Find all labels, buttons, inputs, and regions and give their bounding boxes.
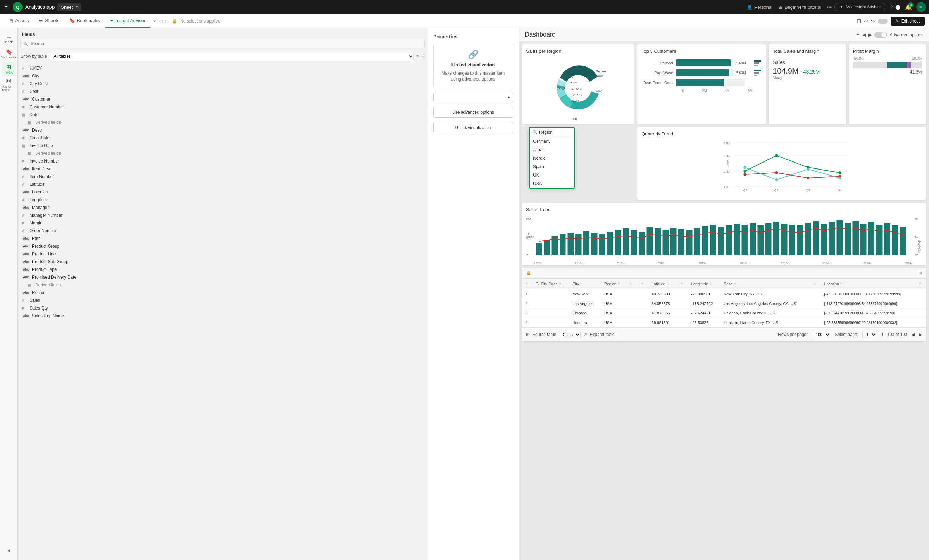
sidebar-collapse-icon[interactable]: ◀: [2, 543, 16, 557]
redo-icon[interactable]: ↪: [871, 18, 875, 24]
unlink-btn[interactable]: Unlink visualization: [433, 122, 513, 133]
advanced-toggle[interactable]: [874, 32, 887, 38]
region-germany[interactable]: Germany: [530, 137, 574, 145]
field-sales-rep[interactable]: Abc Sales Rep Name: [18, 312, 428, 320]
grid-icon[interactable]: ⊞: [857, 18, 861, 24]
notification-btn[interactable]: 🔔 3: [905, 4, 912, 11]
view-toggle[interactable]: [878, 18, 888, 24]
field-product-group[interactable]: Abc Product Group: [18, 242, 428, 250]
prev-page-icon[interactable]: ◀: [911, 332, 915, 337]
add-field-icon[interactable]: +: [422, 53, 425, 60]
prev-icon[interactable]: ◀: [863, 32, 866, 37]
nav-assets[interactable]: ⊞ Assets: [4, 14, 34, 28]
field-key[interactable]: # %KEY: [18, 64, 428, 72]
next-icon[interactable]: ▶: [868, 32, 872, 37]
field-item-desc[interactable]: Abc Item Desc: [18, 165, 428, 173]
more-options[interactable]: •••: [827, 5, 832, 10]
field-cost[interactable]: # Cost: [18, 87, 428, 95]
field-derived-3[interactable]: ▦ Derived fields: [23, 281, 428, 289]
svg-rect-70: [710, 225, 716, 256]
tutorial-item[interactable]: 🖥 Beginner's tutorial: [778, 5, 821, 10]
sidebar-master-icon[interactable]: ⧓ Master items: [2, 77, 16, 92]
col-region-menu[interactable]: ≡: [618, 282, 620, 286]
field-invoice-number[interactable]: # Invoice Number: [18, 157, 428, 165]
region-nordic[interactable]: Nordic: [530, 154, 574, 162]
field-city[interactable]: Abc City: [18, 72, 428, 80]
table-row: 2 Los Angeles USA 34.053678 -118.242702 …: [522, 299, 926, 309]
field-desc[interactable]: Abc Desc: [18, 126, 428, 134]
nav-insight-advisor[interactable]: ✦ Insight Advisor: [105, 14, 150, 28]
field-path[interactable]: Abc Path: [18, 235, 428, 242]
field-promised-delivery[interactable]: Abc Promised Delivery Date: [18, 273, 428, 281]
sheet-dropdown-wrap[interactable]: Sheet: [57, 3, 81, 11]
field-product-type[interactable]: Abc Product Type: [18, 266, 428, 273]
field-product-line[interactable]: Abc Product Line: [18, 250, 428, 258]
nav-bookmarks[interactable]: 🔖 Bookmarks: [64, 14, 105, 28]
col-loc-menu[interactable]: ≡: [840, 282, 842, 286]
region-japan[interactable]: Japan: [530, 145, 574, 154]
region-usa[interactable]: USA: [530, 179, 574, 188]
sheet-dropdown[interactable]: Sheet: [57, 3, 81, 11]
field-manager-number[interactable]: # Manager Number: [18, 211, 428, 219]
field-item-number[interactable]: # Item Number: [18, 173, 428, 181]
field-invoice-date[interactable]: ▦ Invoice Date: [18, 142, 428, 150]
toolbar-icon-3[interactable]: ▷: [166, 18, 169, 24]
field-margin[interactable]: # Margin: [18, 219, 428, 227]
toolbar-icon-1[interactable]: ⌖: [153, 18, 156, 24]
help-btn[interactable]: ? ⬤: [891, 4, 901, 10]
col-latitude-header[interactable]: Latitude ≡: [648, 278, 677, 289]
sidebar-sheets-icon[interactable]: ☰ Sheets: [2, 31, 16, 45]
col-lat-menu[interactable]: ≡: [667, 282, 669, 286]
field-manager[interactable]: Abc Manager: [18, 203, 428, 211]
sidebar-bookmarks-icon[interactable]: 🔖 Bookmarks: [2, 46, 16, 61]
field-date[interactable]: ▦ Date: [18, 111, 428, 119]
col-lon-menu[interactable]: ≡: [709, 282, 711, 286]
field-derived-2[interactable]: ▦ Derived fields: [23, 150, 428, 157]
props-dropdown[interactable]: ▾: [433, 92, 513, 103]
insight-advisor-btn[interactable]: ✦ Ask Insight Advisor: [834, 3, 886, 11]
sidebar-fields-icon[interactable]: ⊞ Fields: [2, 62, 16, 76]
nav-sheets[interactable]: ☰ Sheets: [34, 14, 64, 28]
next-page-icon[interactable]: ▶: [919, 332, 922, 337]
table-select[interactable]: All tables: [49, 52, 414, 61]
col-region-header[interactable]: Region ≡: [601, 278, 627, 289]
field-gross-sales[interactable]: # GrossSales: [18, 134, 428, 142]
undo-icon[interactable]: ↩: [864, 18, 868, 24]
field-customer-number[interactable]: # Customer Number: [18, 103, 428, 111]
field-derived-1[interactable]: ▦ Derived fields: [23, 119, 428, 126]
region-spain[interactable]: Spain: [530, 162, 574, 171]
col-location-header[interactable]: Location ≡: [821, 278, 916, 289]
field-location[interactable]: Abc Location: [18, 188, 428, 196]
col-menu-icon[interactable]: ≡: [559, 282, 561, 286]
cal-icon-4: ▦: [28, 151, 33, 156]
edit-sheet-button[interactable]: ✎ Edit sheet: [891, 17, 925, 26]
page-select[interactable]: 1: [863, 330, 877, 338]
personal-item[interactable]: 👤 Personal: [747, 5, 773, 10]
field-sales-qty[interactable]: # Sales Qty: [18, 304, 428, 312]
field-customer[interactable]: Abc Customer: [18, 95, 428, 103]
table-settings-icon[interactable]: ⊞: [918, 271, 922, 275]
col-desc-header[interactable]: Desc ≡: [720, 278, 810, 289]
field-latitude[interactable]: # Latitude: [18, 181, 428, 188]
rows-per-page-select[interactable]: 100: [812, 330, 831, 338]
col-city-header[interactable]: City ≡: [569, 278, 601, 289]
toolbar-icon-2[interactable]: ◁: [159, 18, 162, 24]
svg-text:Sales: Sales: [726, 159, 730, 167]
col-desc-menu[interactable]: ≡: [733, 282, 736, 286]
user-avatar[interactable]: TL: [916, 2, 926, 12]
col-city-code-header[interactable]: Tₐ City Code ≡: [532, 278, 569, 289]
col-longitude-header[interactable]: Longitude ≡: [688, 278, 721, 289]
add-icon[interactable]: +: [856, 32, 859, 38]
field-sales[interactable]: # Sales: [18, 297, 428, 304]
field-longitude[interactable]: # Longitude: [18, 196, 428, 203]
use-advanced-btn[interactable]: Use advanced options: [433, 107, 513, 118]
source-table-select[interactable]: Cities: [559, 330, 581, 338]
refresh-icon[interactable]: ↻: [416, 54, 420, 59]
field-order-number[interactable]: # Order Number: [18, 227, 428, 235]
field-product-sub-group[interactable]: Abc Product Sub Group: [18, 258, 428, 266]
fields-search-input[interactable]: [20, 39, 425, 48]
field-region[interactable]: Abc Region: [18, 289, 428, 297]
col-city-menu[interactable]: ≡: [580, 282, 583, 286]
field-city-code[interactable]: # City Code: [18, 80, 428, 87]
region-uk[interactable]: UK: [530, 171, 574, 179]
